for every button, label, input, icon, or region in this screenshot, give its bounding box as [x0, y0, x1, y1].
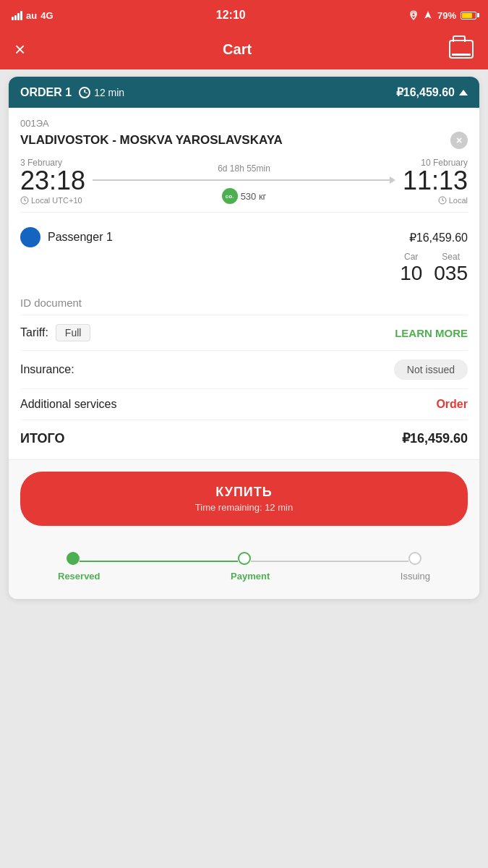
- step-dot-issuing: [408, 552, 421, 565]
- steps-row: [38, 552, 450, 565]
- additional-services-row: Additional services Order: [20, 388, 468, 420]
- total-price: ₽16,459.60: [402, 430, 468, 446]
- step-label-payment: Payment: [231, 571, 270, 582]
- arrival-info: 10 February 11:13 Local: [403, 158, 468, 205]
- main-content: ORDER 1 12 min ₽16,459.60 001ЭА VLADIVOS…: [0, 69, 488, 606]
- location-icon: [408, 10, 419, 20]
- network-type: 4G: [40, 10, 53, 21]
- passenger-price: ₽16,459.60: [409, 231, 468, 244]
- tariff-row: Tariff: Full LEARN MORE: [20, 315, 468, 350]
- tariff-label: Tariff:: [20, 326, 48, 339]
- co2-icon: co.: [222, 188, 238, 204]
- id-document-label: ID document: [20, 297, 82, 309]
- duration-text: 6d 18h 55min: [218, 163, 270, 174]
- departure-time: 23:18: [20, 168, 85, 194]
- collapse-icon[interactable]: [459, 90, 468, 95]
- progress-section: Reserved Payment Issuing: [9, 537, 479, 599]
- passenger-avatar: [20, 227, 40, 247]
- clock-icon: [79, 87, 90, 98]
- remove-ticket-button[interactable]: ×: [450, 132, 468, 149]
- close-button[interactable]: ×: [14, 40, 25, 59]
- top-nav: × Cart: [0, 29, 488, 69]
- arrival-timezone: Local: [403, 196, 468, 205]
- battery-icon: [461, 12, 476, 20]
- tariff-left: Tariff: Full: [20, 324, 90, 341]
- arrival-time: 11:13: [403, 168, 468, 194]
- buy-button[interactable]: КУПИТЬ Time remaining: 12 min: [20, 472, 468, 526]
- steps-labels: Reserved Payment Issuing: [38, 571, 450, 582]
- buy-main-label: КУПИТЬ: [215, 485, 272, 500]
- svg-point-0: [412, 13, 416, 17]
- step-dot-payment: [238, 552, 251, 565]
- car-label: Car: [404, 252, 418, 262]
- status-bar: au 4G 12:10 79%: [0, 0, 488, 29]
- route-name: VLADIVOSTOK - MOSKVA YAROSLAVSKAYA ×: [20, 132, 468, 149]
- seat-number: 035: [434, 262, 468, 285]
- total-label: ИТОГО: [20, 431, 64, 446]
- departure-timezone: Local UTC+10: [20, 196, 85, 205]
- status-time: 12:10: [216, 9, 246, 22]
- ticket-content: 001ЭА VLADIVOSTOK - MOSKVA YAROSLAVSKAYA…: [9, 108, 479, 459]
- car-col: Car 10: [400, 252, 422, 285]
- wallet-icon: [449, 40, 474, 59]
- timer-value: 12 min: [94, 87, 124, 98]
- departure-info: 3 February 23:18 Local UTC+10: [20, 158, 85, 205]
- co2-badge: co. 530 кг: [222, 188, 267, 204]
- order-timer: 12 min: [79, 87, 124, 98]
- train-code: 001ЭА: [20, 118, 468, 129]
- step-dot-reserved: [67, 552, 80, 565]
- passenger-row: Passenger 1 ₽16,459.60: [20, 220, 468, 252]
- step-line-2: [251, 561, 409, 563]
- car-number: 10: [400, 262, 422, 285]
- order-header: ORDER 1 12 min ₽16,459.60: [9, 77, 479, 108]
- insurance-row: Insurance: Not issued: [20, 350, 468, 388]
- duration-info: 6d 18h 55min co. 530 кг: [85, 158, 403, 204]
- buy-section: КУПИТЬ Time remaining: 12 min: [9, 459, 479, 537]
- clock-small-icon: [20, 196, 29, 205]
- order-price-value: ₽16,459.60: [396, 85, 455, 99]
- carrier-label: au: [26, 10, 37, 21]
- divider-1: [20, 212, 468, 213]
- learn-more-button[interactable]: LEARN MORE: [395, 327, 468, 339]
- battery-percent: 79%: [437, 10, 456, 21]
- duration-line: [93, 176, 395, 184]
- order-card: ORDER 1 12 min ₽16,459.60 001ЭА VLADIVOS…: [9, 77, 479, 599]
- step-label-reserved: Reserved: [58, 571, 100, 582]
- insurance-label: Insurance:: [20, 363, 74, 376]
- navigation-icon: [423, 10, 433, 20]
- travel-info: 3 February 23:18 Local UTC+10 6d 18h 55m…: [20, 158, 468, 205]
- order-left: ORDER 1 12 min: [20, 86, 124, 99]
- seat-info: Car 10 Seat 035: [20, 252, 468, 291]
- status-left: au 4G: [12, 10, 53, 21]
- order-services-button[interactable]: Order: [436, 398, 468, 411]
- insurance-status[interactable]: Not issued: [394, 359, 468, 380]
- co2-value: 530 кг: [241, 191, 267, 202]
- order-number: ORDER 1: [20, 86, 72, 99]
- total-row: ИТОГО ₽16,459.60: [20, 420, 468, 449]
- tariff-badge: Full: [56, 324, 91, 341]
- seat-label: Seat: [442, 252, 460, 262]
- step-line-1: [80, 561, 238, 563]
- step-label-issuing: Issuing: [401, 571, 430, 582]
- order-price: ₽16,459.60: [396, 85, 468, 99]
- passenger-left: Passenger 1: [20, 227, 113, 247]
- buy-timer-label: Time remaining: 12 min: [195, 502, 293, 513]
- wallet-button[interactable]: [449, 40, 474, 59]
- signal-icon: [12, 11, 22, 20]
- seat-col: Seat 035: [434, 252, 468, 285]
- id-document-row: ID document: [20, 291, 468, 315]
- page-title: Cart: [223, 41, 252, 58]
- additional-services-label: Additional services: [20, 398, 116, 411]
- passenger-name: Passenger 1: [48, 231, 113, 244]
- clock-small-icon-2: [438, 196, 447, 205]
- status-right: 79%: [408, 10, 476, 21]
